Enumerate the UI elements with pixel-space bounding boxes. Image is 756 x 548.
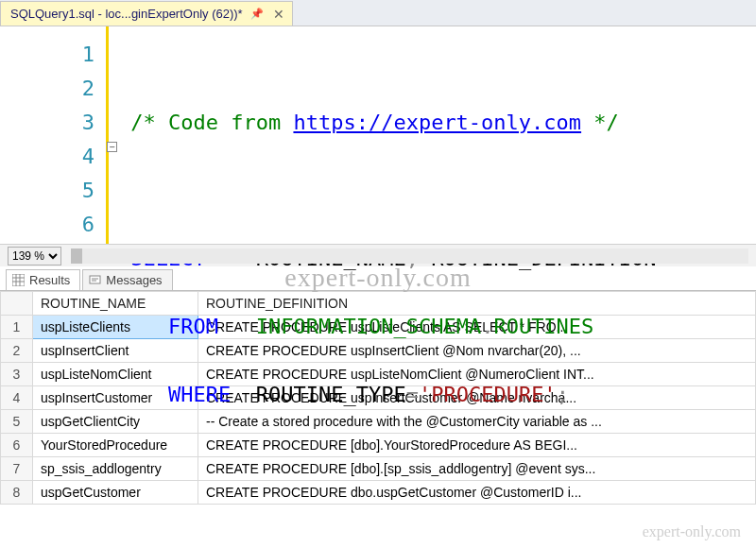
fold-icon[interactable]: − [107, 142, 117, 152]
editor-tab[interactable]: SQLQuery1.sql - loc...ginExpertOnly (62)… [0, 1, 293, 26]
svg-rect-5 [90, 276, 100, 283]
sql-editor[interactable]: 1 2 3 4 5 6 − /* Code from https://exper… [0, 26, 756, 244]
row-number[interactable]: 3 [1, 363, 33, 386]
comment-text: /* Code from [130, 111, 293, 134]
tab-results-label: Results [29, 273, 70, 287]
row-number[interactable]: 2 [1, 339, 33, 363]
svg-rect-0 [12, 274, 25, 286]
grid-icon [12, 274, 25, 286]
close-icon[interactable]: ✕ [271, 7, 286, 22]
horizontal-scrollbar[interactable] [71, 248, 748, 264]
messages-icon [89, 274, 101, 286]
tab-results[interactable]: Results [6, 269, 80, 290]
tab-bar: SQLQuery1.sql - loc...ginExpertOnly (62)… [0, 0, 756, 26]
scrollbar-thumb[interactable] [71, 248, 82, 264]
row-number[interactable]: 1 [1, 316, 33, 339]
kw-where: WHERE [168, 383, 231, 406]
row-number[interactable]: 7 [1, 457, 33, 481]
zoom-bar: 139 % [0, 244, 756, 266]
row-number[interactable]: 6 [1, 434, 33, 457]
pin-icon[interactable]: 📌 [250, 8, 264, 20]
watermark-footer: expert-only.com [643, 523, 741, 540]
results-tab-bar: expert-only.com Results Messages [0, 266, 756, 291]
code-area[interactable]: − /* Code from https://expert-only.com *… [109, 26, 756, 244]
watermark-text: expert-only.com [284, 263, 471, 293]
row-number[interactable]: 5 [1, 410, 33, 434]
comment-link[interactable]: https://expert-only.com [293, 111, 581, 134]
row-number[interactable]: 4 [1, 386, 33, 410]
kw-from: FROM [168, 315, 218, 338]
tab-messages[interactable]: Messages [82, 269, 172, 290]
line-gutter: 1 2 3 4 5 6 [0, 26, 109, 244]
corner-cell[interactable] [1, 292, 33, 316]
tab-messages-label: Messages [106, 273, 162, 287]
tab-title: SQLQuery1.sql - loc...ginExpertOnly (62)… [10, 7, 243, 21]
zoom-select[interactable]: 139 % [8, 247, 61, 265]
row-number[interactable]: 8 [1, 481, 33, 505]
